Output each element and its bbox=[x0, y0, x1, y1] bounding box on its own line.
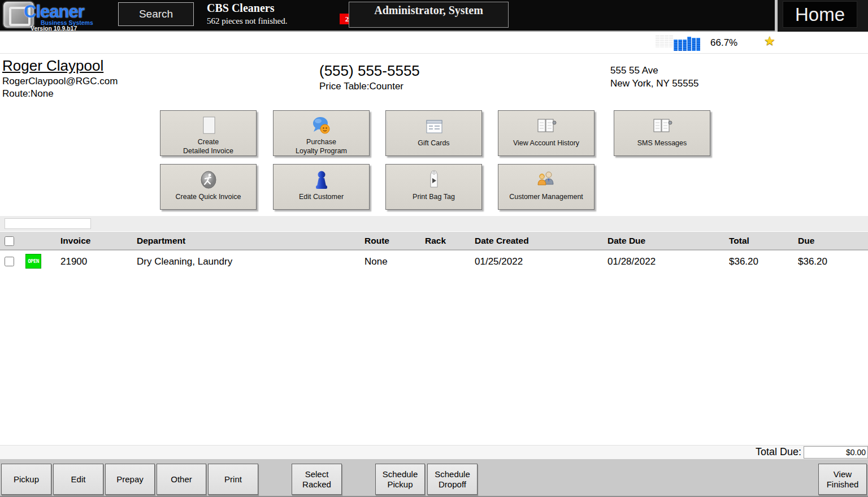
total-due-strip: Total Due: bbox=[0, 445, 868, 459]
bag-tag-icon bbox=[424, 168, 444, 192]
home-section: Home bbox=[778, 0, 868, 32]
column-header-rack[interactable]: Rack bbox=[425, 236, 446, 246]
column-header-total[interactable]: Total bbox=[729, 236, 749, 246]
total-due-label: Total Due: bbox=[756, 446, 801, 458]
customer-route: Route:None bbox=[2, 88, 54, 100]
invoice-filter-strip bbox=[0, 216, 868, 231]
gift-cards-button[interactable]: Gift Cards bbox=[385, 110, 482, 156]
cell-due: $36.20 bbox=[798, 256, 827, 267]
cell-invoice: 21900 bbox=[60, 256, 87, 267]
edit-customer-button[interactable]: Edit Customer bbox=[273, 164, 370, 210]
pickup-button[interactable]: Pickup bbox=[1, 464, 51, 495]
progress-percent: 66.7% bbox=[710, 37, 737, 49]
search-button[interactable]: Search bbox=[118, 2, 194, 26]
customer-email: RogerClaypool@RGC.com bbox=[2, 76, 118, 87]
app-window: Cleaner Business Systems Version 10.9.b1… bbox=[0, 0, 868, 497]
print-button[interactable]: Print bbox=[208, 464, 258, 495]
app-logo: Cleaner Business Systems Version 10.9.b1… bbox=[1, 0, 117, 32]
purchase-loyalty-program-button[interactable]: Purchase Loyalty Program bbox=[273, 110, 370, 156]
total-due-field[interactable] bbox=[804, 446, 868, 459]
customer-price-table: Price Table:Counter bbox=[319, 81, 403, 92]
create-detailed-invoice-button[interactable]: Create Detailed Invoice bbox=[160, 110, 257, 156]
cell-department: Dry Cleaning, Laundry bbox=[137, 256, 232, 267]
people-group-icon bbox=[535, 168, 558, 192]
row-checkbox[interactable] bbox=[5, 257, 14, 266]
invoice-filter-input[interactable] bbox=[5, 218, 91, 229]
view-account-history-button[interactable]: View Account History bbox=[498, 110, 594, 156]
ledger-book-icon bbox=[535, 115, 558, 139]
other-button[interactable]: Other bbox=[157, 464, 206, 495]
cell-route: None bbox=[364, 256, 388, 267]
app-version: Version 10.9.b17 bbox=[31, 25, 77, 32]
person-pawn-icon bbox=[311, 168, 332, 192]
favorite-star-icon[interactable]: ★ bbox=[764, 34, 775, 49]
customer-address-line2: New York, NY 55555 bbox=[610, 78, 699, 89]
schedule-dropoff-button[interactable]: Schedule Dropoff bbox=[427, 464, 478, 495]
edit-button[interactable]: Edit bbox=[53, 464, 103, 495]
invoice-table-header: Invoice Department Route Rack Date Creat… bbox=[0, 231, 868, 250]
pieces-not-finished-status: 562 pieces not finished. bbox=[207, 16, 287, 26]
column-header-due[interactable]: Due bbox=[798, 236, 814, 246]
customer-management-button[interactable]: Customer Management bbox=[498, 164, 594, 210]
store-info: CBS Cleaners 562 pieces not finished. bbox=[207, 2, 287, 26]
cell-total: $36.20 bbox=[729, 256, 758, 267]
store-name: CBS Cleaners bbox=[207, 2, 287, 15]
column-header-invoice[interactable]: Invoice bbox=[60, 236, 90, 246]
customer-name-link[interactable]: Roger Claypool bbox=[2, 57, 103, 75]
column-header-date-created[interactable]: Date Created bbox=[475, 236, 529, 246]
sms-messages-button[interactable]: SMS Messages bbox=[614, 110, 710, 156]
create-quick-invoice-button[interactable]: Create Quick Invoice bbox=[160, 164, 257, 210]
document-icon bbox=[198, 115, 219, 137]
status-strip: 66.7% ★ bbox=[0, 33, 868, 54]
top-bar: Cleaner Business Systems Version 10.9.b1… bbox=[0, 0, 868, 32]
customer-phone: (555) 555-5555 bbox=[319, 62, 420, 80]
schedule-pickup-button[interactable]: Schedule Pickup bbox=[375, 464, 425, 495]
column-header-date-due[interactable]: Date Due bbox=[607, 236, 645, 246]
column-header-route[interactable]: Route bbox=[364, 236, 389, 246]
card-icon bbox=[424, 115, 444, 139]
ledger-book-icon bbox=[650, 115, 674, 139]
select-all-checkbox[interactable] bbox=[5, 236, 14, 246]
home-button[interactable]: Home bbox=[783, 1, 857, 28]
chat-smiley-icon bbox=[310, 115, 333, 137]
bottom-action-bar: Pickup Edit Prepay Other Print Select Ra… bbox=[0, 459, 868, 497]
cell-date-due: 01/28/2022 bbox=[607, 256, 656, 267]
cell-date-created: 01/25/2022 bbox=[475, 256, 523, 267]
customer-address-line1: 555 55 Ave bbox=[610, 65, 658, 76]
logged-in-user-button[interactable]: Administrator, System bbox=[349, 2, 509, 28]
runner-icon bbox=[198, 168, 219, 192]
select-racked-button[interactable]: Select Racked bbox=[292, 464, 342, 495]
print-bag-tag-button[interactable]: Print Bag Tag bbox=[385, 164, 482, 210]
invoice-table-row[interactable]: OPEN 21900 Dry Cleaning, Laundry None 01… bbox=[0, 252, 868, 273]
view-finished-button[interactable]: View Finished bbox=[818, 464, 867, 495]
progress-meter bbox=[656, 35, 705, 51]
column-header-department[interactable]: Department bbox=[137, 236, 185, 246]
status-badge: OPEN bbox=[25, 254, 41, 269]
prepay-button[interactable]: Prepay bbox=[105, 464, 155, 495]
